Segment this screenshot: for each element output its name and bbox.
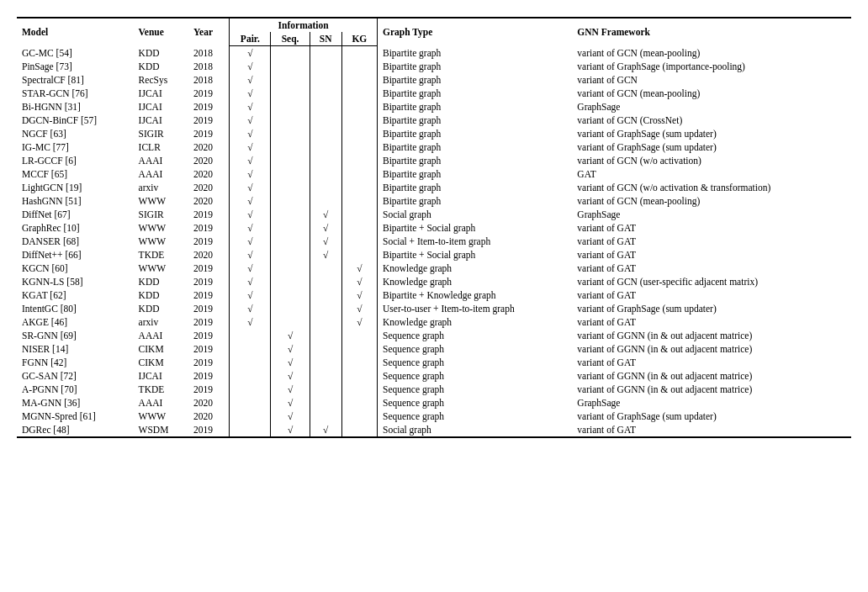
- table-cell: Bipartite + Knowledge graph: [378, 288, 573, 302]
- table-cell: [271, 262, 310, 275]
- table-cell: variant of GCN (mean-pooling): [572, 46, 851, 61]
- table-cell: √: [341, 275, 377, 288]
- table-cell: IG-MC [77]: [17, 140, 134, 154]
- table-cell: variant of GAT: [572, 315, 851, 329]
- table-row: DiffNet++ [66]TKDE2020√√Bipartite + Soci…: [17, 248, 851, 262]
- table-cell: √: [310, 221, 341, 235]
- table-cell: [310, 73, 341, 87]
- table-cell: [271, 114, 310, 127]
- table-cell: KGCN [60]: [17, 262, 134, 275]
- table-row: GC-SAN [72]IJCAI2019√Sequence graphvaria…: [17, 369, 851, 383]
- table-cell: √: [230, 140, 271, 154]
- table-cell: CIKM: [134, 342, 188, 356]
- table-cell: DGRec [48]: [17, 423, 134, 437]
- table-cell: [310, 114, 341, 127]
- table-row: Bi-HGNN [31]IJCAI2019√Bipartite graphGra…: [17, 100, 851, 114]
- table-cell: [310, 288, 341, 302]
- table-cell: [341, 140, 377, 154]
- table-cell: variant of GAT: [572, 262, 851, 275]
- table-row: MGNN-Spred [61]WWW2020√Sequence graphvar…: [17, 410, 851, 423]
- table-row: LR-GCCF [6]AAAI2020√Bipartite graphvaria…: [17, 154, 851, 167]
- table-cell: √: [341, 302, 377, 315]
- table-cell: GraphSage: [572, 100, 851, 114]
- table-cell: 2019: [188, 302, 230, 315]
- table-cell: [271, 235, 310, 248]
- table-cell: [310, 127, 341, 140]
- table-cell: [310, 140, 341, 154]
- table-cell: PinSage [73]: [17, 60, 134, 73]
- table-cell: √: [271, 410, 310, 423]
- table-cell: √: [271, 329, 310, 342]
- table-body: GC-MC [54]KDD2018√Bipartite graphvariant…: [17, 46, 851, 438]
- table-cell: [310, 342, 341, 356]
- table-cell: 2019: [188, 114, 230, 127]
- table-cell: RecSys: [134, 73, 188, 87]
- table-cell: Social graph: [378, 208, 573, 221]
- table-cell: Bipartite graph: [378, 167, 573, 181]
- table-row: GraphRec [10]WWW2019√√Bipartite + Social…: [17, 221, 851, 235]
- table-cell: MA-GNN [36]: [17, 396, 134, 410]
- table-cell: variant of GCN: [572, 73, 851, 87]
- table-cell: [230, 423, 271, 437]
- table-cell: DANSER [68]: [17, 235, 134, 248]
- table-cell: KGAT [62]: [17, 288, 134, 302]
- table-cell: [271, 167, 310, 181]
- table-cell: STAR-GCN [76]: [17, 87, 134, 100]
- table-cell: Knowledge graph: [378, 315, 573, 329]
- table-cell: [271, 194, 310, 208]
- table-cell: variant of GAT: [572, 221, 851, 235]
- table-cell: [310, 60, 341, 73]
- table-row: HashGNN [51]WWW2020√Bipartite graphvaria…: [17, 194, 851, 208]
- table-cell: [341, 87, 377, 100]
- table-cell: √: [230, 154, 271, 167]
- table-cell: 2019: [188, 356, 230, 369]
- table-cell: √: [271, 356, 310, 369]
- table-cell: √: [310, 208, 341, 221]
- table-cell: DGCN-BinCF [57]: [17, 114, 134, 127]
- table-cell: [341, 100, 377, 114]
- table-cell: √: [230, 248, 271, 262]
- table-cell: [310, 46, 341, 61]
- table-cell: KDD: [134, 288, 188, 302]
- table-cell: variant of GCN (CrossNet): [572, 114, 851, 127]
- table-cell: √: [230, 194, 271, 208]
- table-cell: √: [310, 248, 341, 262]
- table-cell: KDD: [134, 46, 188, 61]
- table-cell: √: [271, 423, 310, 437]
- table-cell: Bipartite graph: [378, 114, 573, 127]
- table-cell: AAAI: [134, 329, 188, 342]
- table-cell: KDD: [134, 302, 188, 315]
- table-cell: √: [230, 87, 271, 100]
- table-cell: Bipartite + Social graph: [378, 221, 573, 235]
- table-cell: [341, 114, 377, 127]
- gnn-framework-header: GNN Framework: [572, 18, 851, 46]
- table-row: STAR-GCN [76]IJCAI2019√Bipartite graphva…: [17, 87, 851, 100]
- table-cell: √: [230, 73, 271, 87]
- table-cell: AKGE [46]: [17, 315, 134, 329]
- table-cell: [341, 383, 377, 396]
- table-cell: DiffNet++ [66]: [17, 248, 134, 262]
- table-cell: TKDE: [134, 248, 188, 262]
- table-cell: WWW: [134, 410, 188, 423]
- table-cell: [271, 100, 310, 114]
- table-cell: IJCAI: [134, 100, 188, 114]
- table-cell: variant of GCN (mean-pooling): [572, 194, 851, 208]
- table-row: NGCF [63]SIGIR2019√Bipartite graphvarian…: [17, 127, 851, 140]
- table-cell: variant of GraphSage (importance-pooling…: [572, 60, 851, 73]
- table-cell: 2019: [188, 423, 230, 437]
- table-cell: [341, 329, 377, 342]
- table-row: IntentGC [80]KDD2019√√User-to-user + Ite…: [17, 302, 851, 315]
- table-cell: NISER [14]: [17, 342, 134, 356]
- table-cell: Sequence graph: [378, 383, 573, 396]
- table-cell: 2019: [188, 275, 230, 288]
- table-cell: [271, 248, 310, 262]
- table-cell: Social graph: [378, 423, 573, 437]
- table-cell: [310, 369, 341, 383]
- table-cell: [341, 208, 377, 221]
- table-cell: [341, 127, 377, 140]
- table-cell: FGNN [42]: [17, 356, 134, 369]
- table-row: SR-GNN [69]AAAI2019√Sequence graphvarian…: [17, 329, 851, 342]
- table-cell: [230, 369, 271, 383]
- table-cell: [341, 410, 377, 423]
- table-cell: √: [341, 288, 377, 302]
